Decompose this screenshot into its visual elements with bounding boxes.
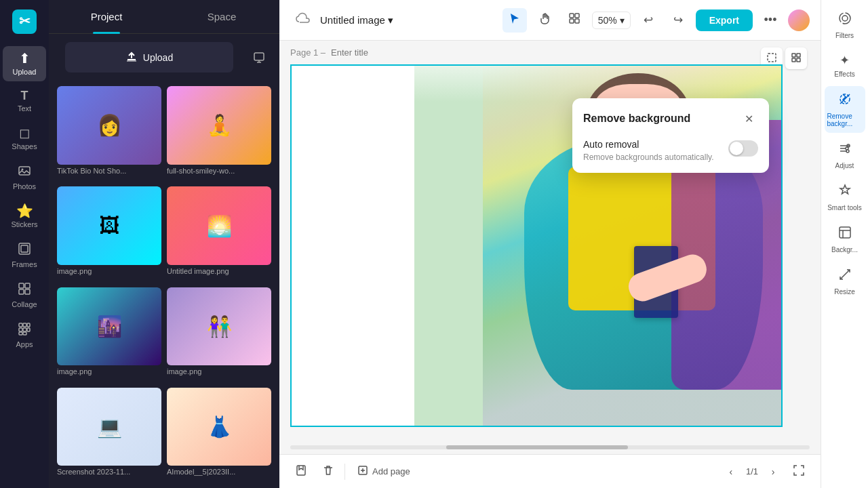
sidebar-item-apps[interactable]: Apps [3, 317, 46, 354]
right-tool-effects[interactable]: ✦ Effects [825, 47, 865, 83]
divider [344, 464, 345, 480]
close-button[interactable]: ✕ [739, 109, 758, 128]
bottom-bar: Add page ‹ 1/1 › [279, 454, 821, 488]
document-title[interactable]: Untitled image ▾ [320, 14, 393, 26]
page-navigation: ‹ 1/1 › [722, 462, 783, 481]
prev-page-button[interactable]: ‹ [722, 462, 741, 481]
background-icon [837, 225, 852, 243]
close-icon: ✕ [745, 113, 753, 125]
device-icon-button[interactable] [247, 45, 271, 70]
media-item-label: TikTok Bio Not Sho... [57, 165, 161, 177]
right-tool-label: Adjust [835, 162, 854, 169]
right-tool-smart-tools[interactable]: Smart tools [825, 178, 865, 217]
app-logo[interactable]: ✂ [11, 8, 38, 35]
avatar[interactable] [788, 9, 810, 31]
media-item-label: image.png [57, 365, 161, 378]
upload-button[interactable]: Upload [65, 42, 233, 73]
add-page-button[interactable]: Add page [351, 461, 417, 482]
sidebar-item-collage[interactable]: Collage [3, 277, 46, 314]
sidebar-item-upload[interactable]: ⬆ Upload [3, 46, 46, 81]
right-tool-resize[interactable]: Resize [825, 262, 865, 301]
svg-rect-17 [23, 332, 26, 335]
svg-rect-11 [23, 323, 26, 327]
media-item-label: AImodel__5|2023II... [167, 466, 271, 478]
svg-rect-9 [25, 289, 30, 294]
sidebar-item-shapes[interactable]: ◻ Shapes [3, 121, 46, 156]
svg-rect-28 [297, 466, 305, 475]
remove-background-panel: Remove background ✕ Auto removal Remove … [572, 98, 769, 173]
shapes-icon: ◻ [19, 126, 31, 140]
sidebar-item-photos[interactable]: Photos [3, 159, 46, 196]
sidebar-item-stickers[interactable]: ⭐ Stickers [3, 199, 46, 234]
right-tool-filters[interactable]: Filters [825, 5, 865, 45]
right-tool-label: Resize [834, 288, 855, 296]
save-to-collection-button[interactable] [290, 461, 312, 483]
svg-rect-14 [23, 328, 26, 331]
right-tool-label: Filters [835, 32, 854, 39]
remove-bg-icon [837, 92, 852, 110]
page-title-bar: Page 1 – [279, 41, 821, 64]
svg-rect-19 [570, 14, 574, 18]
svg-rect-6 [19, 283, 24, 288]
list-item[interactable]: 🖼 image.png [57, 186, 161, 281]
next-page-button[interactable]: › [764, 462, 783, 481]
sidebar-item-frames[interactable]: Frames [3, 237, 46, 274]
canvas-wrapper: Page 1 – [279, 41, 821, 454]
zoom-control[interactable]: 50% ▾ [592, 12, 631, 29]
toggle-thumb [730, 142, 743, 155]
svg-rect-22 [575, 19, 579, 23]
ellipsis-icon: ••• [764, 13, 777, 27]
grid-view-button[interactable] [562, 8, 587, 33]
right-tool-background[interactable]: Backgr... [825, 220, 865, 259]
sidebar-item-text[interactable]: T Text [3, 84, 46, 118]
right-tool-label: Smart tools [827, 204, 862, 211]
right-tool-label: Remove backgr... [827, 113, 863, 127]
svg-rect-16 [19, 332, 22, 335]
media-item-label: image.png [167, 365, 271, 378]
title-chevron-icon: ▾ [388, 14, 393, 26]
cloud-save-button[interactable] [290, 8, 315, 33]
tab-space[interactable]: Space [164, 0, 279, 33]
svg-rect-24 [792, 54, 795, 57]
svg-rect-21 [570, 19, 574, 23]
redo-icon: ↪ [673, 13, 683, 27]
list-item[interactable]: 🧘 full-shot-smiley-wo... [167, 86, 271, 181]
svg-rect-36 [840, 227, 850, 238]
cloud-icon [295, 11, 310, 29]
delete-button[interactable] [317, 461, 339, 483]
svg-rect-10 [19, 323, 22, 327]
list-item[interactable]: 👫 image.png [167, 287, 271, 382]
right-tool-adjust[interactable]: Adjust [825, 136, 865, 175]
auto-removal-label: Auto removal [583, 139, 714, 150]
effects-icon: ✦ [840, 53, 850, 68]
auto-removal-toggle[interactable] [728, 140, 758, 157]
sidebar-item-label: Stickers [11, 220, 37, 228]
svg-point-35 [846, 150, 849, 152]
remove-bg-header: Remove background ✕ [583, 109, 758, 128]
fullscreen-button[interactable] [788, 461, 810, 483]
text-icon: T [21, 89, 28, 102]
sidebar-item-label: Shapes [12, 142, 37, 150]
next-page-icon: › [772, 466, 775, 477]
fullscreen-icon [793, 464, 805, 479]
zoom-chevron-icon: ▾ [620, 15, 625, 26]
tab-project[interactable]: Project [49, 0, 164, 33]
list-item[interactable]: 👩 TikTok Bio Not Sho... [57, 86, 161, 181]
auto-removal-row: Auto removal Remove backgrounds automati… [583, 139, 758, 162]
list-item[interactable]: 👗 AImodel__5|2023II... [167, 388, 271, 483]
more-options-button[interactable]: ••• [758, 8, 783, 33]
canvas[interactable]: Remove background ✕ Auto removal Remove … [290, 64, 810, 441]
select-tool-button[interactable] [502, 8, 527, 33]
list-item[interactable]: 🌅 Untitled image.png [167, 186, 271, 281]
list-item[interactable]: 🌆 image.png [57, 287, 161, 382]
list-item[interactable]: 💻 Screenshot 2023-11... [57, 388, 161, 483]
page-title-input[interactable] [331, 47, 445, 58]
sidebar-item-label: Frames [12, 260, 37, 268]
right-tool-remove-bg[interactable]: Remove backgr... [825, 86, 865, 133]
hand-tool-button[interactable] [532, 8, 557, 33]
media-item-label: Screenshot 2023-11... [57, 466, 161, 478]
export-button[interactable]: Export [696, 9, 753, 31]
add-page-label: Add page [372, 466, 410, 476]
undo-button[interactable]: ↩ [636, 8, 660, 33]
redo-button[interactable]: ↪ [666, 8, 690, 33]
